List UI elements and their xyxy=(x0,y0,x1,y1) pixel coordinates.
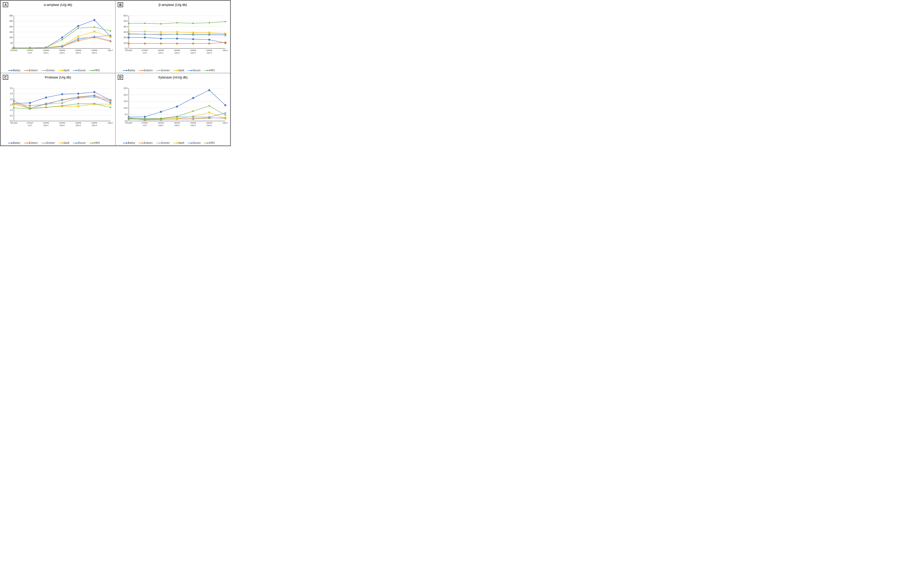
legend-item-einkorn: Einkorn xyxy=(24,69,38,72)
svg-point-218 xyxy=(29,108,31,109)
legend-item-durum: Durum xyxy=(73,69,86,72)
svg-text:5.0: 5.0 xyxy=(125,113,128,115)
svg-point-143 xyxy=(177,22,178,23)
svg-text:DAY1: DAY1 xyxy=(158,124,163,127)
svg-point-295 xyxy=(177,115,178,117)
chart-area-B: 60.050.040.030.020.010.00.0SOUNDSTEEPOUT… xyxy=(118,7,228,68)
svg-text:DAY4: DAY4 xyxy=(207,124,212,127)
svg-text:STEEP: STEEP xyxy=(142,122,148,124)
svg-text:2.0: 2.0 xyxy=(10,98,13,101)
legend-item-hrs: HRS xyxy=(89,69,100,72)
svg-text:GERM: GERM xyxy=(174,49,180,51)
legend-item-hrs: HRS xyxy=(204,142,214,144)
svg-point-221 xyxy=(78,103,79,104)
svg-point-67 xyxy=(78,27,79,29)
svg-point-153 xyxy=(207,70,208,71)
svg-text:50: 50 xyxy=(10,42,13,45)
svg-text:300: 300 xyxy=(9,15,13,17)
svg-text:GERM: GERM xyxy=(91,122,97,124)
svg-text:DAY4: DAY4 xyxy=(92,52,97,54)
svg-text:OUT: OUT xyxy=(28,124,32,127)
svg-text:GERM: GERM xyxy=(190,49,196,51)
svg-text:STEEP: STEEP xyxy=(142,49,148,51)
svg-text:250: 250 xyxy=(9,20,13,22)
svg-text:MALT: MALT xyxy=(108,122,113,124)
svg-text:20.0: 20.0 xyxy=(124,94,128,96)
svg-text:GERM: GERM xyxy=(190,122,196,124)
svg-point-76 xyxy=(92,70,94,71)
svg-point-66 xyxy=(61,39,63,40)
legend-item-spelt: Spelt xyxy=(58,69,69,72)
svg-point-68 xyxy=(94,26,95,28)
svg-point-298 xyxy=(224,114,226,115)
svg-point-146 xyxy=(224,21,226,22)
panel-label-B: B xyxy=(118,2,123,7)
svg-point-305 xyxy=(207,142,208,144)
svg-text:GERM: GERM xyxy=(59,49,65,51)
svg-text:GERM: GERM xyxy=(75,122,81,124)
svg-text:GERM: GERM xyxy=(75,49,81,51)
legend-item-hrs: HRS xyxy=(89,142,100,144)
svg-point-294 xyxy=(160,118,162,119)
svg-text:GERM: GERM xyxy=(43,122,49,124)
svg-point-217 xyxy=(13,107,14,109)
legend-item-barley: Barley xyxy=(8,69,20,72)
svg-text:150: 150 xyxy=(9,31,13,33)
svg-point-230 xyxy=(92,142,94,144)
legend-item-durum: Durum xyxy=(188,69,201,72)
svg-text:SOUND: SOUND xyxy=(125,122,132,124)
chart-area-A: 300250200150100500SOUNDSTEEPOUTGERMDAY1G… xyxy=(3,7,113,68)
svg-point-64 xyxy=(29,48,31,49)
svg-text:DAY2: DAY2 xyxy=(175,124,180,127)
svg-point-141 xyxy=(144,23,145,24)
svg-text:SOUND: SOUND xyxy=(10,49,17,51)
svg-point-140 xyxy=(128,23,129,24)
chart-grid: Aα-amylase (U/g db)300250200150100500SOU… xyxy=(0,0,231,146)
svg-text:OUT: OUT xyxy=(28,52,32,54)
svg-point-219 xyxy=(45,107,47,108)
svg-text:DAY3: DAY3 xyxy=(76,52,81,54)
legend-B: Barley Einkorn Emmer Spelt xyxy=(118,69,228,72)
svg-text:15.0: 15.0 xyxy=(124,100,128,102)
panel-title-A: α-amylase (U/g db) xyxy=(3,3,113,7)
svg-rect-70 xyxy=(27,70,28,71)
svg-text:DAY1: DAY1 xyxy=(158,52,163,54)
legend-item-emmer: Emmer xyxy=(41,142,54,144)
svg-text:OUT: OUT xyxy=(143,52,147,54)
svg-text:20.0: 20.0 xyxy=(124,36,128,39)
svg-text:10.0: 10.0 xyxy=(124,107,128,109)
svg-text:40.0: 40.0 xyxy=(124,26,128,28)
legend-item-emmer: Emmer xyxy=(156,69,170,72)
svg-text:DAY2: DAY2 xyxy=(60,124,64,127)
legend-item-durum: Durum xyxy=(188,142,201,144)
svg-text:STEEP: STEEP xyxy=(27,122,33,124)
svg-text:OUT: OUT xyxy=(143,124,147,127)
svg-text:0.5: 0.5 xyxy=(10,115,13,117)
panel-title-C: Protease (U/g db) xyxy=(3,75,113,79)
panel-label-D: D xyxy=(118,75,123,80)
svg-point-222 xyxy=(94,103,95,104)
svg-text:200: 200 xyxy=(9,26,13,28)
legend-item-hrs: HRS xyxy=(204,69,214,72)
svg-point-223 xyxy=(110,107,111,108)
svg-text:25.0: 25.0 xyxy=(124,87,128,89)
svg-text:DAY2: DAY2 xyxy=(175,52,180,54)
svg-text:DAY3: DAY3 xyxy=(76,124,81,127)
legend-item-spelt: Spelt xyxy=(173,142,185,144)
svg-text:STEEP: STEEP xyxy=(27,49,33,51)
svg-text:DAY3: DAY3 xyxy=(191,52,195,54)
svg-text:GERM: GERM xyxy=(158,49,164,51)
svg-point-292 xyxy=(128,117,129,119)
svg-text:10.0: 10.0 xyxy=(124,42,128,45)
svg-rect-147 xyxy=(142,70,143,71)
legend-item-emmer: Emmer xyxy=(41,69,54,72)
svg-text:MALT: MALT xyxy=(108,49,113,51)
panel-A: Aα-amylase (U/g db)300250200150100500SOU… xyxy=(0,0,116,73)
legend-item-spelt: Spelt xyxy=(58,142,69,144)
panel-C: CProtease (U/g db)3.02.52.01.51.00.50.0S… xyxy=(0,73,116,145)
legend-D: Barley Einkorn Emmer Spelt xyxy=(118,142,228,144)
svg-point-296 xyxy=(192,111,194,112)
legend-C: Barley Einkorn Emmer Spelt xyxy=(3,142,113,144)
legend-A: Barley Einkorn Emmer Spelt xyxy=(3,69,113,72)
legend-item-durum: Durum xyxy=(73,142,86,144)
